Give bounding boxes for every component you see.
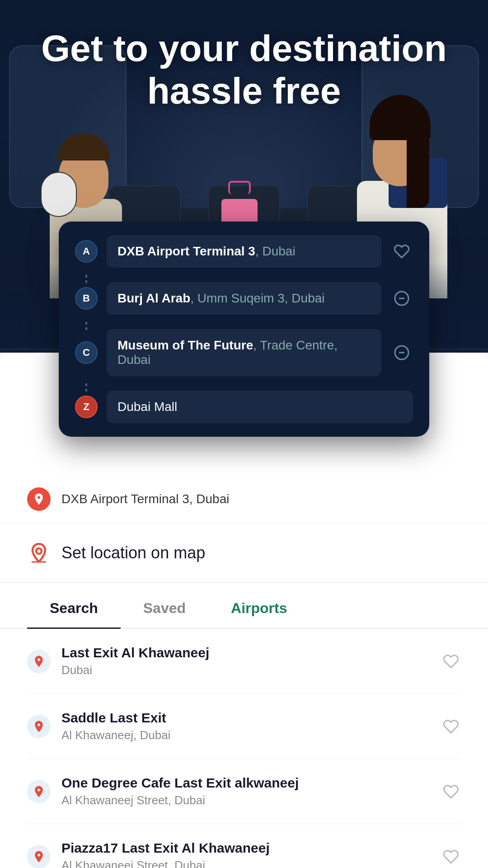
route-display-c[interactable]: Museum of The Future, Trade Centre, Duba… — [107, 329, 381, 376]
favorite-icon[interactable] — [441, 717, 461, 736]
destination-input[interactable] — [107, 391, 413, 423]
prev-location-pin — [27, 487, 51, 511]
list-item[interactable]: Saddle Last Exit Al Khawaneej, Dubai — [27, 694, 461, 759]
hero-title: Get to your destination hassle free — [0, 27, 488, 113]
set-location-row[interactable]: Set location on map — [0, 524, 488, 583]
result-name: Saddle Last Exit — [61, 710, 430, 726]
result-info: Saddle Last Exit Al Khawaneej, Dubai — [61, 710, 430, 742]
list-item[interactable]: Last Exit Al Khawaneej Dubai — [27, 629, 461, 694]
tab-search[interactable]: Search — [27, 587, 121, 629]
list-item[interactable]: One Degree Cafe Last Exit alkwaneej Al K… — [27, 759, 461, 824]
result-address: Al Khawaneej Street, Dubai — [61, 793, 430, 807]
route-stop-c: C Museum of The Future, Trade Centre, Du… — [75, 329, 413, 376]
main-content: A DXB Airport Terminal 3, Dubai B Burj A… — [0, 348, 488, 868]
set-location-text: Set location on map — [61, 543, 205, 562]
favorite-icon[interactable] — [441, 651, 461, 671]
result-address: Dubai — [61, 663, 430, 677]
prev-location-row[interactable]: DXB Airport Terminal 3, Dubai — [0, 475, 488, 524]
result-pin-icon — [27, 780, 51, 803]
result-address: Al Khawaneej Street, Dubai — [61, 859, 430, 868]
favorite-icon[interactable] — [441, 782, 461, 802]
result-name: Last Exit Al Khawaneej — [61, 645, 430, 660]
route-display-b[interactable]: Burj Al Arab, Umm Suqeim 3, Dubai — [107, 282, 381, 315]
result-info: Last Exit Al Khawaneej Dubai — [61, 645, 430, 677]
result-pin-icon — [27, 715, 51, 738]
prev-location-text: DXB Airport Terminal 3, Dubai — [61, 492, 229, 506]
route-stop-b: B Burj Al Arab, Umm Suqeim 3, Dubai — [75, 282, 413, 315]
tab-airports[interactable]: Airports — [208, 587, 310, 629]
result-name: One Degree Cafe Last Exit alkwaneej — [61, 775, 430, 791]
result-name: Piazza17 Last Exit Al Khawaneej — [61, 840, 430, 856]
svg-point-4 — [36, 548, 42, 554]
remove-button-b[interactable] — [390, 287, 413, 310]
favorite-button-a[interactable] — [390, 240, 413, 263]
route-stop-a: A DXB Airport Terminal 3, Dubai — [75, 235, 413, 268]
result-pin-icon — [27, 845, 51, 868]
waypoint-badge-a: A — [75, 240, 98, 263]
tabs-row: Search Saved Airports — [0, 587, 488, 629]
favorite-icon[interactable] — [441, 847, 461, 867]
remove-button-c[interactable] — [390, 341, 413, 364]
route-card: A DXB Airport Terminal 3, Dubai B Burj A… — [59, 222, 429, 437]
result-info: One Degree Cafe Last Exit alkwaneej Al K… — [61, 775, 430, 807]
route-stop-z: Z — [75, 391, 413, 423]
result-address: Al Khawaneej, Dubai — [61, 728, 430, 742]
results-list: Last Exit Al Khawaneej Dubai Saddle Last — [0, 629, 488, 868]
tab-saved[interactable]: Saved — [121, 587, 208, 629]
result-pin-icon — [27, 650, 51, 673]
waypoint-badge-c: C — [75, 341, 98, 364]
waypoint-badge-b: B — [75, 287, 98, 310]
waypoint-badge-z: Z — [75, 396, 98, 418]
route-display-a[interactable]: DXB Airport Terminal 3, Dubai — [107, 235, 381, 268]
result-info: Piazza17 Last Exit Al Khawaneej Al Khawa… — [61, 840, 430, 868]
map-pin-icon — [27, 541, 51, 565]
list-item[interactable]: Piazza17 Last Exit Al Khawaneej Al Khawa… — [27, 824, 461, 868]
